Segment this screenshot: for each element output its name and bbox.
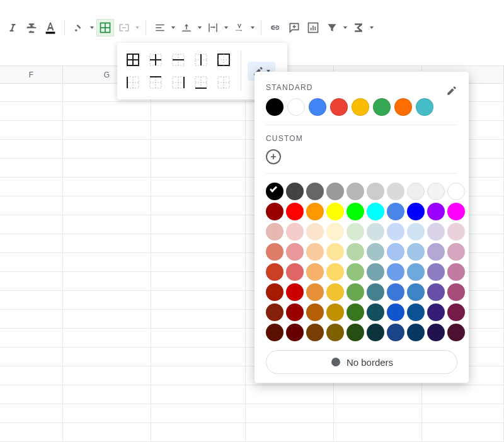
cell[interactable] <box>151 215 246 234</box>
palette-color[interactable] <box>407 203 425 220</box>
cell[interactable] <box>63 178 151 196</box>
palette-color[interactable] <box>326 324 344 341</box>
column-header-f[interactable]: F <box>0 66 63 84</box>
palette-color[interactable] <box>266 303 284 321</box>
palette-color[interactable] <box>286 303 304 321</box>
cell[interactable] <box>151 159 246 178</box>
insert-chart-button[interactable] <box>304 19 322 37</box>
palette-color[interactable] <box>407 183 425 200</box>
palette-color[interactable] <box>447 324 465 341</box>
cell[interactable] <box>422 404 504 423</box>
palette-color[interactable] <box>387 203 404 220</box>
cell[interactable] <box>63 196 151 215</box>
cell[interactable] <box>63 348 151 366</box>
cell[interactable] <box>246 423 334 442</box>
border-bottom-button[interactable] <box>190 72 212 93</box>
palette-color[interactable] <box>286 263 304 281</box>
palette-color[interactable] <box>346 183 364 200</box>
palette-color[interactable] <box>326 223 344 241</box>
custom-color-pencil-button[interactable] <box>446 85 457 96</box>
text-wrap-dropdown[interactable] <box>223 19 229 37</box>
palette-color[interactable] <box>387 263 404 281</box>
standard-color-orange[interactable] <box>394 98 412 116</box>
cell[interactable] <box>0 121 63 140</box>
cell[interactable] <box>0 291 63 310</box>
palette-color[interactable] <box>387 283 404 301</box>
cell[interactable] <box>422 423 504 442</box>
palette-color[interactable] <box>427 183 445 200</box>
cell[interactable] <box>151 102 246 121</box>
palette-color[interactable] <box>367 283 384 301</box>
text-wrap-button[interactable] <box>204 19 222 37</box>
horizontal-align-button[interactable] <box>151 19 169 37</box>
palette-color[interactable] <box>286 183 304 200</box>
merge-cells-button[interactable] <box>115 19 133 37</box>
add-custom-color-button[interactable]: + <box>266 149 281 164</box>
palette-color[interactable] <box>306 243 324 261</box>
standard-color-cyan[interactable] <box>416 98 433 116</box>
fill-color-dropdown[interactable] <box>89 19 95 37</box>
palette-color[interactable] <box>266 283 284 301</box>
cell[interactable] <box>63 310 151 329</box>
palette-color[interactable] <box>407 283 425 301</box>
standard-color-black[interactable] <box>266 98 284 116</box>
palette-color[interactable] <box>266 223 284 241</box>
functions-dropdown[interactable] <box>369 19 375 37</box>
merge-cells-dropdown[interactable] <box>134 19 140 37</box>
palette-color[interactable] <box>346 303 364 321</box>
palette-color[interactable] <box>266 263 284 281</box>
cell[interactable] <box>151 348 246 366</box>
standard-color-red[interactable] <box>330 98 348 116</box>
palette-color[interactable] <box>407 223 425 241</box>
cell[interactable] <box>151 234 246 253</box>
palette-color[interactable] <box>367 203 384 220</box>
cell[interactable] <box>63 272 151 291</box>
cell[interactable] <box>0 196 63 215</box>
standard-color-yellow[interactable] <box>352 98 369 116</box>
border-top-button[interactable] <box>145 72 166 93</box>
palette-color[interactable] <box>306 324 324 341</box>
cell[interactable] <box>63 215 151 234</box>
vertical-align-dropdown[interactable] <box>197 19 203 37</box>
cell[interactable] <box>151 178 246 196</box>
cell[interactable] <box>0 329 63 348</box>
text-rotation-button[interactable] <box>231 19 248 37</box>
cell[interactable] <box>151 366 246 385</box>
cell[interactable] <box>334 423 422 442</box>
cell[interactable] <box>0 102 63 121</box>
cell[interactable] <box>63 140 151 159</box>
palette-color[interactable] <box>427 223 445 241</box>
cell[interactable] <box>151 310 246 329</box>
cell[interactable] <box>0 83 63 102</box>
cell[interactable] <box>63 329 151 348</box>
cell[interactable] <box>63 404 151 423</box>
border-horizontal-button[interactable] <box>168 49 189 71</box>
cell[interactable] <box>151 329 246 348</box>
cell[interactable] <box>63 102 151 121</box>
cell[interactable] <box>0 404 63 423</box>
palette-color[interactable] <box>367 324 384 341</box>
palette-color[interactable] <box>427 303 445 321</box>
palette-color[interactable] <box>326 263 344 281</box>
palette-color[interactable] <box>427 203 445 220</box>
palette-color[interactable] <box>447 303 465 321</box>
palette-color[interactable] <box>367 263 384 281</box>
palette-color[interactable] <box>286 223 304 241</box>
horizontal-align-dropdown[interactable] <box>170 19 176 37</box>
palette-color[interactable] <box>407 243 425 261</box>
palette-color[interactable] <box>387 223 404 241</box>
cell[interactable] <box>0 272 63 291</box>
border-outer-button[interactable] <box>213 49 234 71</box>
palette-color[interactable] <box>447 223 465 241</box>
standard-color-blue[interactable] <box>309 98 326 116</box>
cell[interactable] <box>0 310 63 329</box>
palette-color[interactable] <box>367 303 384 321</box>
palette-color[interactable] <box>387 303 404 321</box>
palette-color[interactable] <box>326 183 344 200</box>
border-all-button[interactable] <box>122 49 144 71</box>
palette-color[interactable] <box>367 183 384 200</box>
palette-color[interactable] <box>326 243 344 261</box>
text-color-button[interactable] <box>42 19 59 37</box>
palette-color[interactable] <box>326 203 344 220</box>
cell[interactable] <box>0 159 63 178</box>
